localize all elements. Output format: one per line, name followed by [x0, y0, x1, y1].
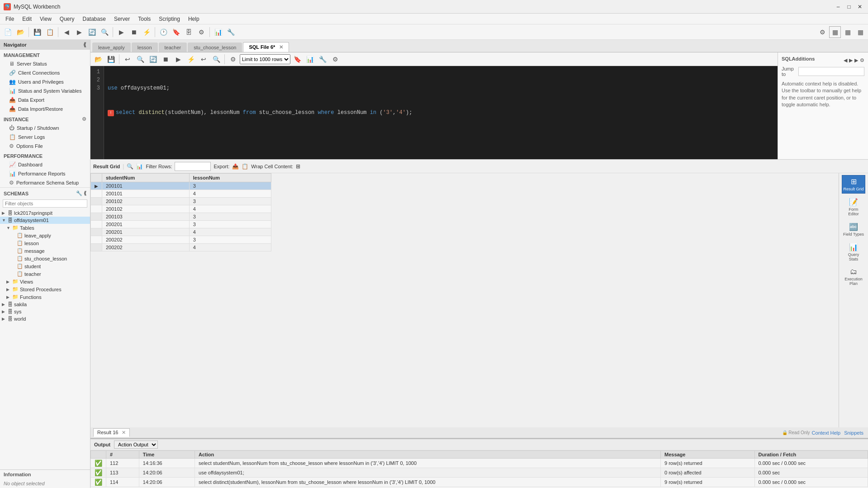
editor-tb-search[interactable]: 🔍: [134, 53, 146, 65]
table-row[interactable]: 200102 3: [91, 198, 271, 205]
tab-stu-choose-lesson[interactable]: stu_choose_lesson: [188, 43, 242, 52]
limit-rows-select[interactable]: Limit to 1000 rows Limit to 200 rows No …: [240, 54, 290, 64]
table-row[interactable]: 200102 4: [91, 205, 271, 213]
menu-server[interactable]: Server: [110, 15, 133, 23]
table-row[interactable]: 200201 4: [91, 228, 271, 236]
menu-query[interactable]: Query: [56, 15, 78, 23]
menu-help[interactable]: Help: [185, 15, 203, 23]
toolbar-open[interactable]: 📂: [14, 26, 26, 38]
editor-tb-undo[interactable]: ↩: [122, 53, 133, 65]
code-editor[interactable]: 1 2 3 use offdaysystem01; !select distin…: [90, 66, 778, 159]
toolbar-layout1[interactable]: ▦: [829, 26, 841, 38]
menu-tools[interactable]: Tools: [134, 15, 154, 23]
sidebar-item-perf-schema[interactable]: ⚙ Performance Schema Setup: [0, 178, 90, 187]
tables-node[interactable]: ▼ 📁 Tables: [0, 224, 90, 232]
table-student[interactable]: 📋 student: [0, 262, 90, 270]
menu-scripting[interactable]: Scripting: [155, 15, 184, 23]
menu-database[interactable]: Database: [79, 15, 109, 23]
tab-sql-file6-close[interactable]: ✕: [279, 44, 283, 50]
navigator-collapse-icon[interactable]: ⟪: [83, 42, 86, 48]
rpanel-field-types-btn[interactable]: 🔤 Field Types: [842, 220, 865, 239]
sidebar-item-server-logs[interactable]: 📋 Server Logs: [0, 133, 90, 142]
editor-tb-refresh[interactable]: 🔄: [147, 53, 159, 65]
schema-sakila[interactable]: ▶ 🗄 sakila: [0, 301, 90, 308]
toolbar-run[interactable]: ▶: [115, 26, 127, 38]
toolbar-misc2[interactable]: 🔧: [225, 26, 237, 38]
editor-tb-save[interactable]: 💾: [105, 53, 117, 65]
table-row[interactable]: 200101 4: [91, 190, 271, 198]
sql-additions-play[interactable]: ▶: [854, 57, 858, 63]
maximize-button[interactable]: □: [844, 3, 854, 10]
tab-teacher[interactable]: teacher: [159, 43, 187, 52]
schema-world[interactable]: ▶ 🗄 world: [0, 315, 90, 322]
table-stu-choose-lesson[interactable]: 📋 stu_choose_lesson: [0, 255, 90, 262]
schema-sys[interactable]: ▶ 🗄 sys: [0, 308, 90, 315]
toolbar-bookmark[interactable]: 🔖: [170, 26, 182, 38]
editor-tb-inspect[interactable]: ⚙: [227, 53, 239, 65]
editor-tb-undo2[interactable]: ↩: [198, 53, 209, 65]
col-lessonnum-header[interactable]: lessonNum: [189, 174, 271, 182]
tab-lesson[interactable]: lesson: [132, 43, 158, 52]
sql-additions-next[interactable]: ▶: [849, 57, 853, 63]
minimize-button[interactable]: –: [834, 3, 843, 10]
stored-procedures-node[interactable]: ▶ 📁 Stored Procedures: [0, 285, 90, 293]
menu-view[interactable]: View: [36, 15, 55, 23]
schema-offdaysystem01[interactable]: ▼ 🗄 offdaysystem01: [0, 217, 90, 224]
result-tab-16[interactable]: Result 16 ✕: [93, 428, 130, 437]
table-message[interactable]: 📋 message: [0, 247, 90, 255]
sidebar-item-status-variables[interactable]: 📊 Status and System Variables: [0, 86, 90, 95]
tab-leave-apply[interactable]: leave_apply: [92, 43, 131, 52]
menu-file[interactable]: File: [2, 15, 18, 23]
sidebar-item-data-export[interactable]: 📤 Data Export: [0, 95, 90, 104]
table-leave-apply[interactable]: 📋 leave_apply: [0, 232, 90, 239]
toolbar-misc1[interactable]: 📊: [212, 26, 224, 38]
table-row[interactable]: 200103 3: [91, 213, 271, 221]
editor-tb-redo[interactable]: 🔍: [210, 53, 222, 65]
editor-tb-run-sel[interactable]: ⚡: [185, 53, 197, 65]
sql-additions-prev[interactable]: ◀: [844, 57, 847, 63]
sql-additions-settings[interactable]: ⚙: [860, 57, 864, 63]
toolbar-history[interactable]: 🕐: [157, 26, 169, 38]
schema-filter-input[interactable]: [3, 199, 87, 208]
views-node[interactable]: ▶ 📁 Views: [0, 278, 90, 285]
schema-lck2017springspit[interactable]: ▶ 🗄 lck2017springspit: [0, 209, 90, 217]
toolbar-layout3[interactable]: ▦: [854, 26, 866, 38]
table-teacher[interactable]: 📋 teacher: [0, 270, 90, 278]
toolbar-save-as[interactable]: 📋: [44, 26, 56, 38]
menu-edit[interactable]: Edit: [19, 15, 35, 23]
rpanel-exec-plan-btn[interactable]: 🗂 Execution Plan: [842, 265, 865, 288]
table-row[interactable]: 200202 4: [91, 244, 271, 251]
toolbar-back[interactable]: ◀: [61, 26, 72, 38]
table-row[interactable]: 200202 3: [91, 236, 271, 244]
sidebar-item-server-status[interactable]: 🖥 Server Status: [0, 59, 90, 68]
toolbar-forward[interactable]: ▶: [73, 26, 85, 38]
editor-tb-more[interactable]: ⚙: [329, 53, 341, 65]
toolbar-settings2[interactable]: ⚙: [816, 26, 828, 38]
table-row[interactable]: 200201 3: [91, 221, 271, 228]
editor-tb-run[interactable]: ▶: [172, 53, 184, 65]
col-studentnum-header[interactable]: studentNum: [102, 174, 190, 182]
rpanel-form-editor-btn[interactable]: 📝 Form Editor: [842, 195, 865, 218]
sidebar-item-data-import[interactable]: 📥 Data Import/Restore: [0, 104, 90, 114]
sidebar-item-dashboard[interactable]: 📈 Dashboard: [0, 160, 90, 169]
filter-rows-input[interactable]: [175, 162, 211, 171]
close-button[interactable]: ✕: [855, 3, 864, 10]
toolbar-stop[interactable]: ⏹: [128, 26, 140, 38]
export-icon1[interactable]: 📤: [232, 163, 239, 170]
sidebar-item-users-privileges[interactable]: 👥 Users and Privileges: [0, 77, 90, 86]
toolbar-refresh[interactable]: 🔄: [86, 26, 98, 38]
schemas-icon1[interactable]: 🔧: [76, 190, 82, 196]
code-content[interactable]: use offdaysystem01; !select distinct(stu…: [104, 66, 416, 159]
editor-tb-open[interactable]: 📂: [92, 53, 104, 65]
toolbar-settings[interactable]: ⚙: [195, 26, 207, 38]
toolbar-schema[interactable]: 🗄: [183, 26, 194, 38]
table-row[interactable]: ▶ 200101 3: [91, 182, 271, 190]
table-lesson[interactable]: 📋 lesson: [0, 239, 90, 247]
editor-tb-bookmark[interactable]: 🔖: [291, 53, 303, 65]
wrap-cell-icon[interactable]: ⊞: [296, 163, 300, 170]
sidebar-item-client-connections[interactable]: 🔗 Client Connections: [0, 68, 90, 77]
toolbar-new-file[interactable]: 📄: [2, 26, 14, 38]
result-tab-16-close[interactable]: ✕: [122, 430, 126, 435]
tab-sql-file6[interactable]: SQL File 6* ✕: [243, 42, 289, 52]
rpanel-result-grid-btn[interactable]: ⊞ Result Grid: [842, 175, 865, 194]
